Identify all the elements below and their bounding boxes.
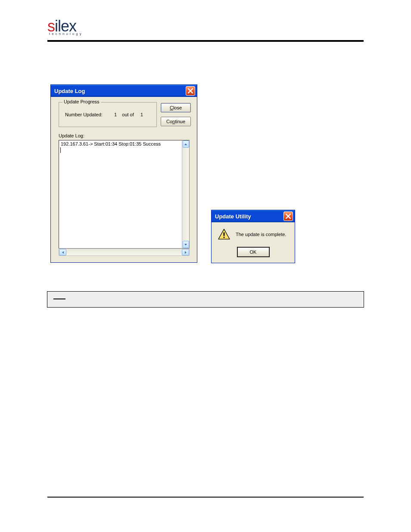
update-log-textarea[interactable]: 192.167.3.61-> Start:01:34 Stop:01:35 Su… [59, 140, 190, 249]
scroll-right-icon[interactable] [182, 249, 189, 255]
update-log-label: Update Log: [59, 133, 84, 138]
note-box [47, 292, 364, 307]
update-log-titlebar[interactable]: Update Log [51, 85, 197, 97]
ok-button[interactable]: OK [237, 247, 269, 257]
warning-icon [218, 228, 230, 240]
update-progress-group: Update Progress Number Updated: 1 out of… [59, 102, 157, 127]
page-header: silex technology [47, 17, 364, 36]
svg-rect-1 [224, 237, 225, 238]
horizontal-scrollbar[interactable] [59, 249, 190, 256]
update-complete-message: The update is complete. [236, 232, 286, 237]
svg-rect-0 [224, 232, 225, 236]
number-updated-current: 1 [114, 112, 117, 117]
update-log-title: Update Log [54, 88, 85, 94]
close-icon[interactable] [186, 86, 195, 96]
continue-button[interactable]: Continue [161, 117, 191, 126]
continue-button-rest: tinue [175, 119, 185, 124]
close-button-rest: lose [173, 105, 182, 110]
vertical-scrollbar[interactable] [182, 140, 189, 248]
update-progress-title: Update Progress [62, 99, 101, 104]
update-log-window: Update Log Update Progress Number Update… [50, 84, 197, 263]
number-updated-row: Number Updated: 1 out of 1 [65, 112, 143, 117]
update-utility-titlebar[interactable]: Update Utility [212, 210, 295, 222]
close-icon[interactable] [283, 212, 293, 221]
number-updated-label: Number Updated: [65, 112, 103, 117]
header-divider [47, 40, 364, 42]
ok-button-label: OK [250, 249, 257, 255]
footer-divider [47, 497, 364, 498]
text-cursor [60, 147, 61, 153]
update-utility-title: Update Utility [215, 213, 251, 220]
log-entry: 192.167.3.61-> Start:01:34 Stop:01:35 Su… [61, 141, 187, 146]
number-updated-total: 1 [140, 112, 143, 117]
silex-logo: silex technology [47, 17, 364, 36]
close-button[interactable]: Close [161, 103, 191, 112]
scroll-down-icon[interactable] [183, 241, 189, 248]
number-updated-sep: out of [122, 112, 134, 117]
scroll-left-icon[interactable] [59, 249, 66, 255]
logo-subtitle: technology [49, 32, 364, 36]
scroll-up-icon[interactable] [183, 140, 189, 148]
update-utility-window: Update Utility The update is complete. O… [211, 210, 295, 263]
